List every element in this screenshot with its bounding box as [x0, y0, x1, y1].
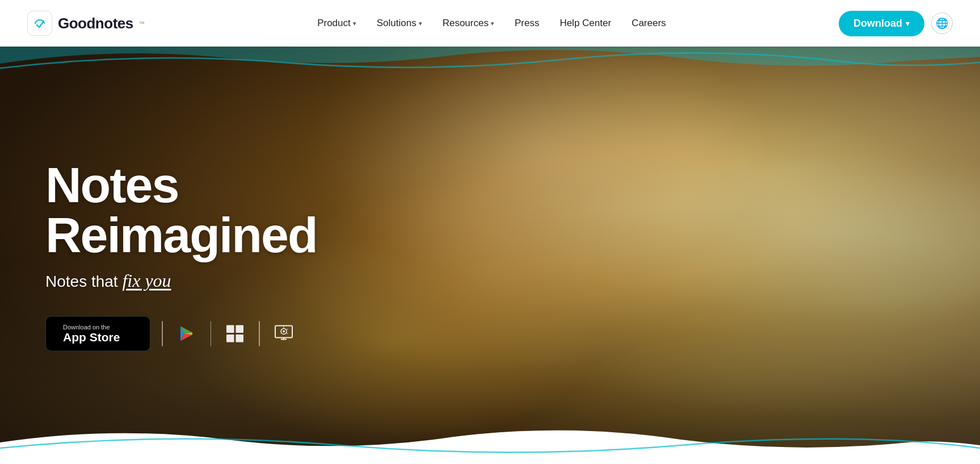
svg-rect-0 — [32, 15, 48, 31]
nav-help-center[interactable]: Help Center — [552, 13, 619, 34]
google-play-button[interactable] — [174, 321, 199, 346]
chevron-down-icon: ▾ — [353, 20, 356, 27]
nav-solutions[interactable]: Solutions ▾ — [369, 13, 430, 34]
chevron-down-icon: ▾ — [906, 19, 910, 28]
hero-bottom-wave — [0, 420, 980, 464]
globe-icon: 🌐 — [936, 17, 948, 30]
navbar-right: Download ▾ 🌐 — [839, 11, 953, 36]
nav-careers[interactable]: Careers — [624, 13, 674, 34]
svg-point-9 — [283, 330, 285, 332]
svg-line-12 — [286, 333, 288, 334]
hero-subtitle: Notes that fix you — [45, 270, 317, 291]
chrome-icon — [274, 323, 294, 344]
appstore-small-text: Download on the — [63, 323, 120, 330]
svg-line-11 — [286, 329, 288, 330]
windows-button[interactable] — [222, 321, 247, 346]
hero-section: Notes Reimagined Notes that fix you Down… — [0, 47, 980, 464]
logo-icon — [27, 11, 52, 36]
brand-name: Goodnotes — [58, 15, 133, 32]
appstore-button[interactable]: Download on the App Store — [45, 316, 150, 351]
platform-divider-1 — [162, 321, 163, 346]
brand-tm: ™ — [139, 20, 145, 27]
windows-icon — [225, 323, 245, 344]
hero-title: Notes Reimagined — [45, 160, 317, 260]
chrome-button[interactable] — [271, 321, 296, 346]
hero-content: Notes Reimagined Notes that fix you Down… — [45, 160, 317, 351]
navbar: Goodnotes™ Product ▾ Solutions ▾ Resourc… — [0, 0, 980, 47]
nav-resources[interactable]: Resources ▾ — [435, 13, 502, 34]
svg-rect-4 — [236, 335, 244, 342]
nav-product[interactable]: Product ▾ — [309, 13, 364, 34]
platform-divider-3 — [259, 321, 260, 346]
platform-divider-2 — [211, 321, 212, 346]
appstore-large-text: App Store — [63, 330, 120, 344]
download-button[interactable]: Download ▾ — [839, 11, 924, 36]
app-buttons-row: Download on the App Store — [45, 316, 317, 351]
svg-rect-3 — [226, 335, 234, 342]
svg-rect-2 — [236, 325, 244, 333]
nav-press[interactable]: Press — [507, 13, 547, 34]
logo-link[interactable]: Goodnotes™ — [27, 11, 145, 36]
chevron-down-icon: ▾ — [491, 20, 494, 27]
language-selector-button[interactable]: 🌐 — [931, 12, 953, 34]
nav-menu: Product ▾ Solutions ▾ Resources ▾ Press … — [309, 13, 674, 34]
svg-rect-1 — [226, 325, 234, 333]
google-play-icon — [176, 323, 197, 344]
chevron-down-icon: ▾ — [419, 20, 422, 27]
